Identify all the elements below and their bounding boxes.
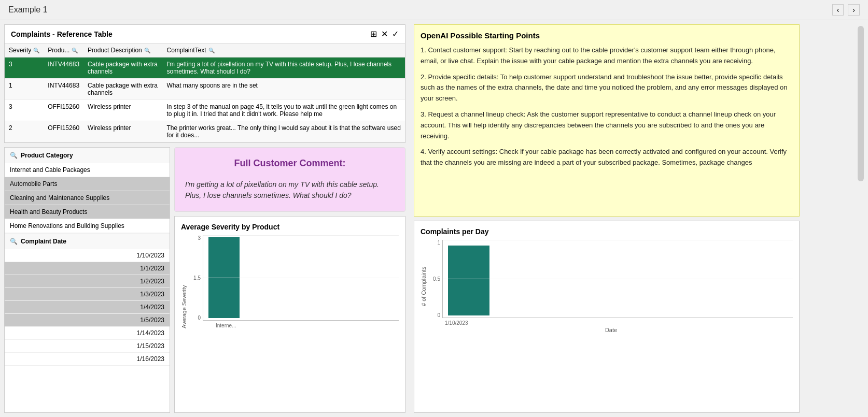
bar-x-label: Interne... (216, 323, 236, 328)
complaint-date-header: 🔍 Complaint Date (5, 234, 170, 249)
date-item[interactable]: 1/5/2023 (5, 314, 170, 327)
complaints-y-ticks: 1 0.5 0 (429, 240, 442, 318)
complaints-per-day-box: Complaints per Day # of Complaints 1 0.5… (414, 221, 800, 413)
category-item[interactable]: Health and Beauty Products (5, 205, 170, 219)
date-item[interactable]: 1/2/2023 (5, 275, 170, 288)
product-search-icon[interactable]: 🔍 (72, 48, 78, 53)
complaint-search-icon[interactable]: 🔍 (208, 48, 215, 53)
table-row[interactable]: 1INTV44683Cable package with extra chann… (5, 79, 405, 100)
category-list: Internet and Cable PackagesAutomobile Pa… (5, 163, 170, 233)
title-bar-nav: ‹ › (832, 4, 860, 16)
product-category-label: Product Category (21, 152, 73, 159)
col-complaint: ComplaintText 🔍 (162, 44, 405, 57)
product-category-section: 🔍 Product Category Internet and Cable Pa… (5, 148, 170, 234)
complaints-table: Severity 🔍 Produ... 🔍 (5, 44, 405, 142)
app-container: Example 1 ‹ › Complaints - Reference Tab… (0, 0, 868, 417)
date-item[interactable]: 1/3/2023 (5, 288, 170, 301)
avg-severity-y-label: Average Severity (181, 235, 187, 328)
date-item[interactable]: 1/1/2023 (5, 262, 170, 275)
complaints-y-label: # of Complaints (421, 240, 427, 333)
main-content: Complaints - Reference Table ⊞ ✕ ✓ (0, 20, 868, 417)
product-category-search-icon[interactable]: 🔍 (10, 152, 18, 159)
category-item[interactable]: Home Renovations and Building Supplies (5, 219, 170, 233)
confirm-icon[interactable]: ✓ (392, 29, 399, 39)
reference-table-header: Complaints - Reference Table ⊞ ✕ ✓ (5, 25, 405, 44)
page-title: Example 1 (8, 5, 48, 15)
col-product: Produ... 🔍 (44, 44, 83, 57)
complaints-per-day-title: Complaints per Day (421, 227, 793, 236)
severity-search-icon[interactable]: 🔍 (33, 48, 39, 53)
table-row[interactable]: 3INTV44683Cable package with extra chann… (5, 57, 405, 79)
table-wrapper: Severity 🔍 Produ... 🔍 (5, 44, 405, 142)
complaint-date-search-icon[interactable]: 🔍 (10, 238, 18, 245)
settings-icon[interactable]: ⊞ (370, 29, 377, 39)
right-panel: OpenAI Possible Starting Points 1. Conta… (410, 20, 804, 417)
date-list: 1/10/20231/1/20231/2/20231/3/20231/4/202… (5, 249, 170, 366)
category-item[interactable]: Automobile Parts (5, 177, 170, 191)
openai-title: OpenAI Possible Starting Points (421, 31, 793, 40)
table-row[interactable]: 3OFFI15260Wireless printerIn step 3 of t… (5, 100, 405, 121)
category-item[interactable]: Cleaning and Maintenance Supplies (5, 191, 170, 205)
y-tick-labels: 3 1.5 0 (190, 235, 203, 321)
complaints-bar (448, 246, 489, 315)
avg-severity-chart: Average Severity 3 1.5 0 (181, 235, 399, 328)
date-item[interactable]: 1/10/2023 (5, 249, 170, 262)
full-comment-title: Full Customer Comment: (185, 158, 395, 169)
category-item[interactable]: Internet and Cable Packages (5, 163, 170, 177)
col-description: Product Description 🔍 (83, 44, 162, 57)
product-category-header: 🔍 Product Category (5, 148, 170, 163)
complaint-date-label: Complaint Date (21, 238, 66, 245)
date-item[interactable]: 1/16/2023 (5, 353, 170, 366)
left-panel: Complaints - Reference Table ⊞ ✕ ✓ (0, 20, 410, 417)
col-severity: Severity 🔍 (5, 44, 44, 57)
full-comment-text: I'm getting a lot of pixellation on my T… (185, 179, 395, 201)
reference-table-title: Complaints - Reference Table (11, 30, 113, 38)
comment-panel: Full Customer Comment: I'm getting a lot… (174, 147, 405, 413)
openai-box: OpenAI Possible Starting Points 1. Conta… (414, 24, 800, 217)
reference-table-container: Complaints - Reference Table ⊞ ✕ ✓ (4, 24, 405, 143)
complaints-x-label: 1/10/2023 (445, 320, 468, 326)
date-item[interactable]: 1/15/2023 (5, 340, 170, 353)
prev-button[interactable]: ‹ (832, 4, 844, 16)
full-comment-box: Full Customer Comment: I'm getting a lot… (174, 147, 405, 212)
reference-table-actions: ⊞ ✕ ✓ (370, 29, 399, 39)
bottom-left: 🔍 Product Category Internet and Cable Pa… (0, 147, 410, 417)
next-button[interactable]: › (848, 4, 860, 16)
description-search-icon[interactable]: 🔍 (144, 48, 150, 53)
date-item[interactable]: 1/4/2023 (5, 301, 170, 314)
openai-text: 1. Contact customer support: Start by re… (421, 45, 793, 168)
avg-severity-box: Average Severity by Product Average Seve… (174, 216, 405, 413)
complaints-x-axis-label: Date (429, 327, 793, 333)
date-item[interactable]: 1/14/2023 (5, 327, 170, 340)
title-bar: Example 1 ‹ › (0, 0, 868, 20)
filter-panel: 🔍 Product Category Internet and Cable Pa… (4, 147, 170, 413)
avg-severity-title: Average Severity by Product (181, 223, 399, 231)
complaint-date-section: 🔍 Complaint Date 1/10/20231/1/20231/2/20… (5, 234, 170, 366)
table-row[interactable]: 2OFFI15260Wireless printerThe printer wo… (5, 121, 405, 142)
close-icon[interactable]: ✕ (381, 29, 388, 39)
